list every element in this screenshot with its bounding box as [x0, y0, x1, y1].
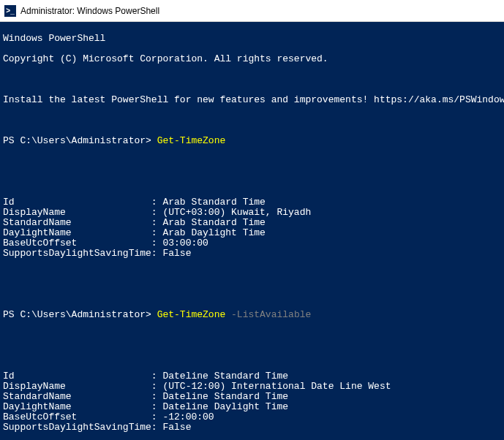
- property-row: SupportsDaylightSavingTime: False: [3, 422, 501, 433]
- property-row: DaylightName : Dateline Daylight Time: [3, 402, 501, 412]
- property-value: Arab Daylight Time: [162, 228, 265, 238]
- property-key: Id: [3, 197, 151, 208]
- header-line: Windows PowerShell: [3, 34, 501, 44]
- output-block-1: Id : Dateline Standard TimeDisplayName :…: [3, 371, 501, 433]
- property-row: Id : Arab Standard Time: [3, 197, 501, 208]
- terminal-output[interactable]: Windows PowerShell Copyright (C) Microso…: [0, 22, 504, 440]
- property-row: BaseUtcOffset : 03:00:00: [3, 238, 501, 249]
- property-value: 03:00:00: [162, 238, 208, 249]
- property-key: SupportsDaylightSavingTime: [3, 422, 151, 433]
- property-row: DisplayName : (UTC+03:00) Kuwait, Riyadh: [3, 208, 501, 218]
- property-row: SupportsDaylightSavingTime: False: [3, 249, 501, 259]
- property-value: Arab Standard Time: [162, 197, 265, 208]
- property-value: False: [162, 422, 191, 433]
- property-row: BaseUtcOffset : -12:00:00: [3, 412, 501, 422]
- powershell-icon: >_: [4, 5, 16, 17]
- install-line: Install the latest PowerShell for new fe…: [3, 95, 501, 105]
- blank-line: [3, 330, 501, 341]
- property-key: DaylightName: [3, 228, 151, 238]
- property-value: (UTC-12:00) International Date Line West: [162, 382, 391, 392]
- blank-line: [3, 115, 501, 126]
- property-row: StandardName : Dateline Standard Time: [3, 392, 501, 402]
- blank-line: [3, 156, 501, 167]
- property-separator: :: [151, 208, 163, 218]
- property-value: Dateline Daylight Time: [162, 402, 288, 412]
- blank-line: [3, 177, 501, 187]
- property-value: -12:00:00: [162, 412, 214, 422]
- command-param: -ListAvailable: [225, 309, 311, 320]
- property-separator: :: [151, 218, 163, 228]
- property-row: StandardName : Arab Standard Time: [3, 218, 501, 228]
- property-value: (UTC+03:00) Kuwait, Riyadh: [162, 208, 311, 218]
- property-separator: :: [151, 402, 163, 412]
- blank-line: [3, 289, 501, 300]
- property-key: DaylightName: [3, 402, 151, 412]
- property-separator: :: [151, 412, 163, 422]
- property-value: Arab Standard Time: [162, 218, 265, 228]
- command: Get-TimeZone: [157, 309, 226, 320]
- titlebar: >_ Administrator: Windows PowerShell: [0, 0, 504, 22]
- output-block-0: Id : Arab Standard TimeDisplayName : (UT…: [3, 197, 501, 259]
- command-line-1: PS C:\Users\Administrator> Get-TimeZone: [3, 136, 501, 146]
- property-key: StandardName: [3, 392, 151, 402]
- blank-line: [3, 75, 501, 85]
- property-separator: :: [151, 238, 163, 249]
- prompt: PS C:\Users\Administrator>: [3, 135, 157, 146]
- property-key: DisplayName: [3, 208, 151, 218]
- property-separator: :: [151, 228, 163, 238]
- property-separator: :: [151, 249, 163, 259]
- property-key: BaseUtcOffset: [3, 412, 151, 422]
- window-title: Administrator: Windows PowerShell: [20, 6, 159, 16]
- property-separator: :: [151, 382, 163, 392]
- property-key: BaseUtcOffset: [3, 238, 151, 249]
- property-value: False: [162, 249, 191, 259]
- property-key: Id: [3, 371, 151, 382]
- property-separator: :: [151, 392, 163, 402]
- command-line-2: PS C:\Users\Administrator> Get-TimeZone …: [3, 310, 501, 320]
- property-key: StandardName: [3, 218, 151, 228]
- command: Get-TimeZone: [157, 135, 226, 146]
- property-row: DisplayName : (UTC-12:00) International …: [3, 382, 501, 392]
- copyright-line: Copyright (C) Microsoft Corporation. All…: [3, 54, 501, 64]
- property-value: Dateline Standard Time: [162, 371, 288, 382]
- blank-line: [3, 351, 501, 361]
- property-key: DisplayName: [3, 382, 151, 392]
- property-key: SupportsDaylightSavingTime: [3, 249, 151, 259]
- property-separator: :: [151, 422, 163, 433]
- property-separator: :: [151, 197, 163, 208]
- prompt: PS C:\Users\Administrator>: [3, 309, 157, 320]
- property-separator: :: [151, 371, 163, 382]
- property-value: Dateline Standard Time: [162, 392, 288, 402]
- blank-line: [3, 269, 501, 279]
- property-row: Id : Dateline Standard Time: [3, 371, 501, 382]
- property-row: DaylightName : Arab Daylight Time: [3, 228, 501, 238]
